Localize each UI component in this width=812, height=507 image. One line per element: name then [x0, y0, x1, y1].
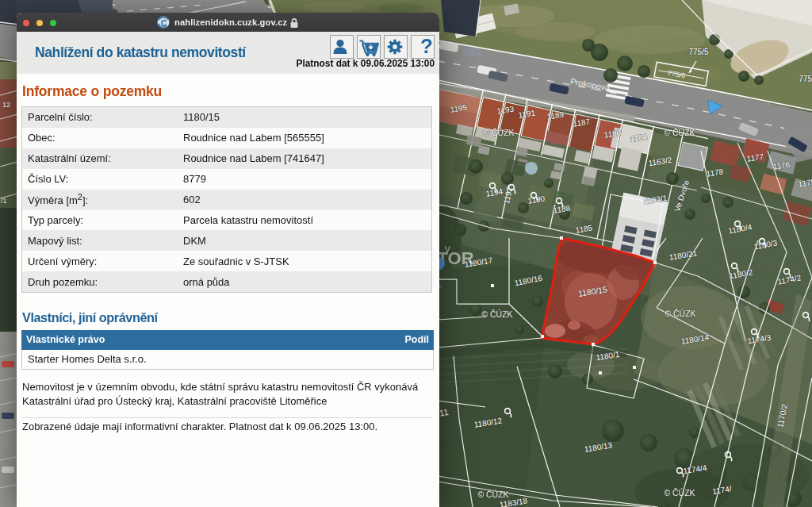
svg-text:C: C [161, 19, 167, 28]
svg-text:?: ? [420, 35, 433, 58]
